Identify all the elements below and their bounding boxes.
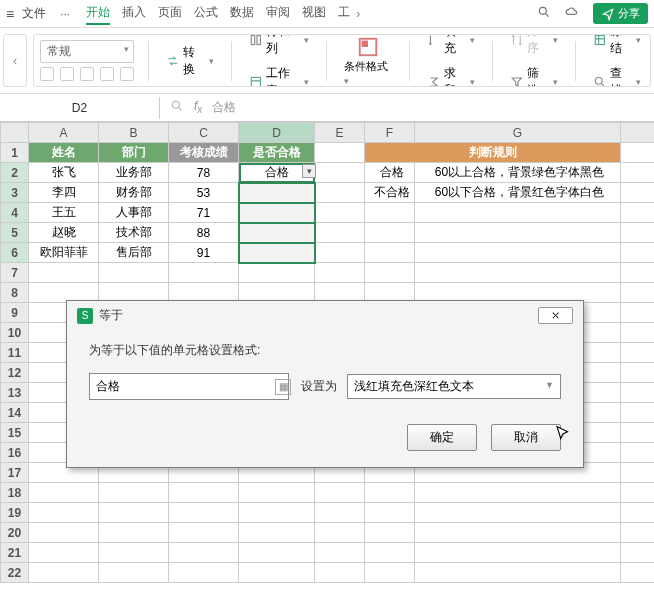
tab-review[interactable]: 审阅 [266, 2, 290, 25]
cell[interactable]: 财务部 [99, 183, 169, 203]
ribbon-tabs: 开始 插入 页面 公式 数据 审阅 视图 工 [86, 2, 350, 25]
comma-icon[interactable] [80, 67, 94, 81]
tab-start[interactable]: 开始 [86, 2, 110, 25]
convert-button[interactable]: 转换▾ [163, 42, 217, 80]
fill-button[interactable]: 填充▾ [424, 34, 478, 59]
app-menu-icon[interactable]: ≡ [6, 6, 14, 22]
cell[interactable] [239, 243, 315, 263]
cell-dropdown-icon[interactable]: ▾ [302, 164, 316, 178]
tabs-next-icon[interactable]: › [356, 7, 360, 21]
col-header[interactable]: C [169, 123, 239, 143]
file-menu[interactable]: 文件 [18, 5, 50, 22]
format-preset-select[interactable]: 浅红填充色深红色文本▼ [347, 374, 561, 399]
filter-button[interactable]: 筛选▾ [507, 63, 561, 88]
fx-icon[interactable]: fx [194, 99, 202, 115]
row-header[interactable]: 2 [1, 163, 29, 183]
tab-formula[interactable]: 公式 [194, 2, 218, 25]
dec-dec-icon[interactable] [120, 67, 134, 81]
name-box[interactable]: D2 [0, 97, 160, 119]
cell[interactable]: 售后部 [99, 243, 169, 263]
rowcol-button[interactable]: 行和列▾ [246, 34, 312, 59]
sort-button[interactable]: 排序▾ [507, 34, 561, 59]
tab-tools[interactable]: 工 [338, 2, 350, 25]
cell[interactable] [315, 183, 365, 203]
tab-data[interactable]: 数据 [230, 2, 254, 25]
find-button[interactable]: 查找▾ [590, 63, 644, 88]
value-input[interactable]: 合格 [89, 373, 289, 400]
cell[interactable]: 71 [169, 203, 239, 223]
cell[interactable]: 合格 [365, 163, 415, 183]
row-header[interactable]: 5 [1, 223, 29, 243]
dec-inc-icon[interactable] [100, 67, 114, 81]
cell[interactable]: 不合格 [365, 183, 415, 203]
cell[interactable] [315, 243, 365, 263]
range-picker-icon[interactable]: ▦ [275, 379, 291, 395]
svg-rect-8 [595, 35, 604, 44]
cell[interactable]: 78 [169, 163, 239, 183]
cell[interactable]: 人事部 [99, 203, 169, 223]
row-header[interactable]: 4 [1, 203, 29, 223]
svg-point-0 [539, 7, 546, 14]
condfmt-button[interactable]: 条件格式▾ [341, 34, 395, 87]
cell[interactable]: 88 [169, 223, 239, 243]
worksheet-button[interactable]: 工作表▾ [246, 63, 312, 88]
cell[interactable] [239, 183, 315, 203]
col-header[interactable]: A [29, 123, 99, 143]
cell[interactable]: 考核成绩 [169, 143, 239, 163]
ribbon-prev[interactable]: ‹ [3, 34, 27, 87]
cloud-icon[interactable] [565, 5, 579, 22]
tab-insert[interactable]: 插入 [122, 2, 146, 25]
cancel-button[interactable]: 取消 [491, 424, 561, 451]
cell[interactable] [315, 163, 365, 183]
col-header[interactable]: F [365, 123, 415, 143]
tab-view[interactable]: 视图 [302, 2, 326, 25]
cell[interactable]: 是否合格 [239, 143, 315, 163]
cell[interactable]: 李四 [29, 183, 99, 203]
cell[interactable] [239, 223, 315, 243]
row-header[interactable]: 6 [1, 243, 29, 263]
cell[interactable]: 判断规则 [365, 143, 621, 163]
cell[interactable] [315, 143, 365, 163]
freeze-button[interactable]: 冻结▾ [590, 34, 644, 59]
tab-page[interactable]: 页面 [158, 2, 182, 25]
more-menu[interactable]: ··· [54, 7, 76, 21]
row-header[interactable]: 1 [1, 143, 29, 163]
cell[interactable]: 60以上合格，背景绿色字体黑色 [415, 163, 621, 183]
cell[interactable] [239, 203, 315, 223]
cell[interactable]: 欧阳菲菲 [29, 243, 99, 263]
ok-button[interactable]: 确定 [407, 424, 477, 451]
cell[interactable]: 赵晓 [29, 223, 99, 243]
col-header[interactable]: D [239, 123, 315, 143]
equal-to-dialog: S 等于 ⤬ 为等于以下值的单元格设置格式: 合格 ▦ 设置为 浅红填充色深红色… [66, 300, 584, 468]
cell[interactable]: 技术部 [99, 223, 169, 243]
search-icon[interactable] [537, 5, 551, 22]
cell[interactable]: 60以下合格，背景红色字体白色 [415, 183, 621, 203]
dialog-app-icon: S [77, 308, 93, 324]
cell[interactable]: 姓名 [29, 143, 99, 163]
formula-bar: D2 fx 合格 [0, 94, 654, 122]
cell[interactable]: 91 [169, 243, 239, 263]
share-button[interactable]: 分享 [593, 3, 648, 24]
cell[interactable]: 王五 [29, 203, 99, 223]
cell[interactable] [315, 223, 365, 243]
cell[interactable]: 业务部 [99, 163, 169, 183]
svg-line-1 [546, 14, 549, 17]
sum-button[interactable]: 求和▾ [424, 63, 478, 88]
number-format-select[interactable]: 常规▾ [40, 40, 134, 63]
cell[interactable]: 部门 [99, 143, 169, 163]
cell[interactable] [315, 203, 365, 223]
percent-icon[interactable] [60, 67, 74, 81]
formula-value[interactable]: 合格 [212, 99, 236, 116]
col-header[interactable]: E [315, 123, 365, 143]
col-header[interactable]: G [415, 123, 621, 143]
menubar: ≡ 文件 ··· 开始 插入 页面 公式 数据 审阅 视图 工 › 分享 [0, 0, 654, 28]
cell[interactable]: 张飞 [29, 163, 99, 183]
col-header[interactable]: B [99, 123, 169, 143]
cell[interactable]: 53 [169, 183, 239, 203]
dialog-close-button[interactable]: ⤬ [538, 307, 573, 324]
cancel-edit-icon[interactable] [170, 99, 184, 116]
currency-icon[interactable] [40, 67, 54, 81]
svg-rect-4 [251, 77, 260, 86]
row-header[interactable]: 3 [1, 183, 29, 203]
select-all-corner[interactable] [1, 123, 29, 143]
